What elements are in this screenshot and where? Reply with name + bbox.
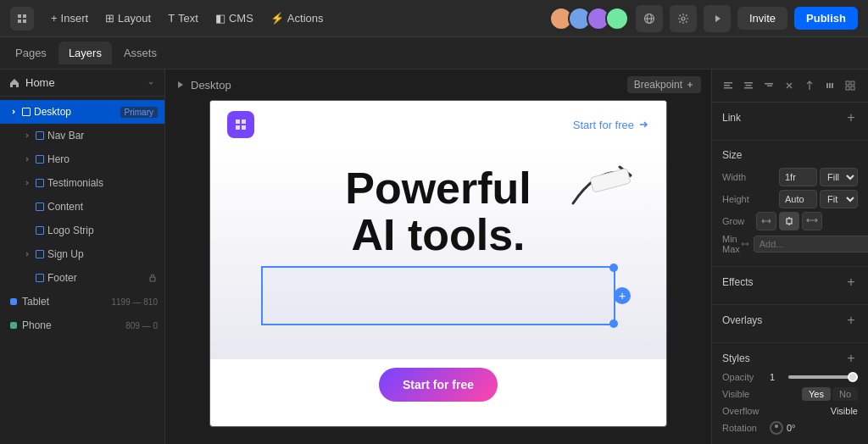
testimonials-expand-icon xyxy=(24,179,32,187)
width-input[interactable] xyxy=(779,168,817,186)
tab-assets[interactable]: Assets xyxy=(114,42,167,64)
layout-button[interactable]: ⊞ Layout xyxy=(98,8,158,28)
opacity-value: 1 xyxy=(770,372,783,382)
visible-label: Visible xyxy=(722,389,749,399)
plus-icon xyxy=(686,80,694,89)
text-button[interactable]: T Text xyxy=(161,8,205,28)
visible-no-button[interactable]: No xyxy=(832,387,858,401)
height-label: Height xyxy=(722,194,756,204)
svg-rect-5 xyxy=(150,277,155,281)
layer-item-signup[interactable]: Sign Up xyxy=(0,242,164,266)
align-right-tool[interactable] xyxy=(760,76,778,95)
hero-area: Powerful AI tools. + xyxy=(210,148,666,359)
footer-box-icon xyxy=(36,274,44,282)
testimonials-box-icon xyxy=(36,179,44,187)
selection-handle-br[interactable] xyxy=(609,319,618,328)
grow-label: Grow xyxy=(722,216,756,226)
canvas-frame: Start for free Powerful xyxy=(209,100,667,427)
grid-tool[interactable] xyxy=(841,76,860,95)
actions-button[interactable]: ⚡ Actions xyxy=(264,8,331,28)
vertical-tool[interactable] xyxy=(800,76,819,95)
svg-rect-8 xyxy=(724,82,732,84)
rotation-row: Rotation 0° xyxy=(722,421,858,435)
play-button[interactable] xyxy=(704,5,731,32)
home-icon xyxy=(8,77,20,89)
layer-item-hero[interactable]: Hero xyxy=(0,147,164,171)
breakpoint-button[interactable]: Breakpoint xyxy=(627,76,701,93)
opacity-label: Opacity xyxy=(722,372,765,382)
arrow-decoration xyxy=(556,157,649,212)
visible-yes-button[interactable]: Yes xyxy=(802,387,831,401)
layer-item-footer[interactable]: Footer xyxy=(0,266,164,290)
opacity-slider[interactable] xyxy=(788,375,858,379)
layer-item-testimonials[interactable]: Testimonials xyxy=(0,171,164,195)
publish-button[interactable]: Publish xyxy=(794,7,858,30)
lock-icon xyxy=(147,273,158,283)
canvas-container[interactable]: Start for free Powerful xyxy=(165,100,711,444)
content-box-icon xyxy=(36,203,44,211)
link-add-button[interactable]: + xyxy=(844,111,858,125)
svg-marker-4 xyxy=(715,15,721,22)
height-input[interactable] xyxy=(779,190,817,208)
content-spacer xyxy=(24,203,32,211)
svg-rect-18 xyxy=(832,83,833,88)
cms-button[interactable]: ◧ CMS xyxy=(209,8,260,28)
device-item-tablet[interactable]: Tablet 1199 — 810 xyxy=(0,290,164,314)
minmax-label: Min Max xyxy=(722,234,740,254)
settings-button[interactable] xyxy=(670,5,697,32)
app-logo[interactable] xyxy=(10,7,34,31)
opacity-thumb[interactable] xyxy=(848,372,858,382)
text-icon: T xyxy=(168,12,175,25)
invite-button[interactable]: Invite xyxy=(737,7,787,30)
size-section-header: Size xyxy=(722,149,858,161)
footer-spacer xyxy=(24,274,32,282)
tab-layers[interactable]: Layers xyxy=(58,42,112,64)
selection-add-btn[interactable]: + xyxy=(614,287,631,304)
overlays-section-header: Overlays + xyxy=(722,314,858,327)
overflow-label: Overflow xyxy=(722,406,759,416)
grow-expand-btn[interactable] xyxy=(802,212,822,230)
canvas-header-right: Breakpoint xyxy=(627,76,701,93)
width-unit-select[interactable]: Fill px % xyxy=(820,168,858,186)
grow-horizontal-btn[interactable] xyxy=(756,212,776,230)
distribute-tool[interactable] xyxy=(821,76,839,95)
align-left-tool[interactable] xyxy=(719,76,737,95)
overlays-add-button[interactable]: + xyxy=(844,314,858,327)
layer-item-logostrip[interactable]: Logo Strip xyxy=(0,219,164,242)
home-chevron-icon xyxy=(146,78,156,88)
device-item-phone[interactable]: Phone 809 — 0 xyxy=(0,314,164,337)
insert-button[interactable]: + Insert xyxy=(44,8,95,28)
svg-rect-19 xyxy=(846,81,849,85)
delete-tool[interactable] xyxy=(780,76,798,95)
selection-handle-tr[interactable] xyxy=(609,264,618,272)
svg-marker-6 xyxy=(178,81,183,88)
selection-box[interactable]: + xyxy=(261,266,615,325)
layer-item-content[interactable]: Content xyxy=(0,195,164,219)
cta-button[interactable]: Start for free xyxy=(379,368,498,402)
hero-expand-icon xyxy=(24,155,32,164)
avatar-4 xyxy=(605,7,629,31)
svg-rect-21 xyxy=(846,86,849,90)
size-section: Size Width Fill px % Height xyxy=(712,141,868,267)
phone-dot xyxy=(10,322,17,329)
home-row[interactable]: Home xyxy=(0,69,164,97)
styles-add-button[interactable]: + xyxy=(844,352,858,365)
svg-rect-22 xyxy=(851,86,854,90)
globe-button[interactable] xyxy=(636,5,663,32)
effects-add-button[interactable]: + xyxy=(844,275,858,289)
site-header-cta: Start for free xyxy=(573,119,649,131)
signup-expand-icon xyxy=(24,250,32,258)
align-center-tool[interactable] xyxy=(739,76,758,95)
layer-item-navbar[interactable]: Nav Bar xyxy=(0,124,164,147)
cms-icon: ◧ xyxy=(215,12,225,25)
layer-item-desktop[interactable]: Desktop Primary xyxy=(0,100,164,124)
tab-pages[interactable]: Pages xyxy=(5,42,57,64)
grow-center-btn[interactable] xyxy=(779,212,799,230)
svg-rect-17 xyxy=(829,83,831,88)
minmax-input[interactable] xyxy=(754,236,868,253)
height-unit-select[interactable]: Fit px % xyxy=(820,190,858,208)
minmax-row: Min Max xyxy=(722,234,858,254)
rotation-dial[interactable] xyxy=(770,421,783,435)
height-row: Height Fit px % xyxy=(722,190,858,208)
left-tabs: Pages Layers Assets xyxy=(5,42,170,64)
